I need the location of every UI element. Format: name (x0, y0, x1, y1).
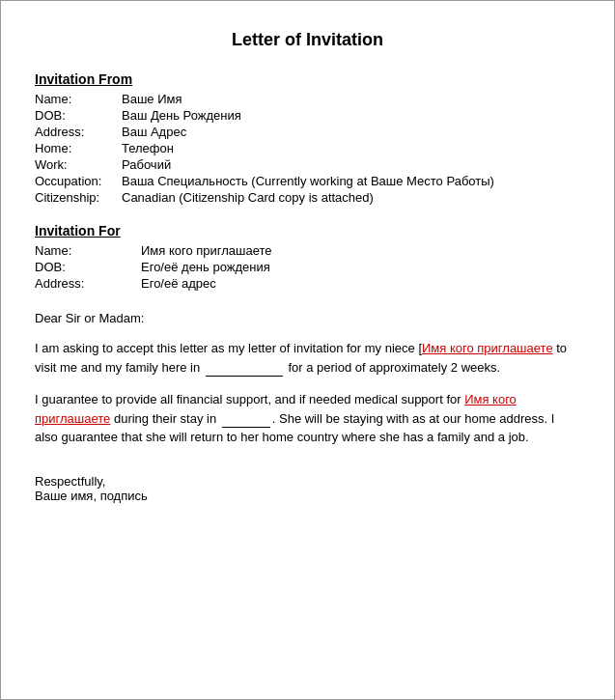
table-row: Citizenship: Canadian (Citizenship Card … (35, 189, 580, 206)
closing-line-1: Respectfully, (35, 474, 580, 489)
document: Letter of Invitation Invitation From Nam… (0, 0, 615, 700)
value-for-dob: Его/её день рождения (141, 259, 580, 275)
closing-line-2: Ваше имя, подпись (35, 489, 580, 503)
invitation-from-section: Invitation From Name: Ваше Имя DOB: Ваш … (35, 71, 580, 206)
invitation-from-table: Name: Ваше Имя DOB: Ваш День Рождения Ad… (35, 91, 580, 206)
value-address: Ваш Адрес (122, 124, 580, 140)
table-row: Address: Его/её адрес (35, 275, 580, 292)
table-row: Occupation: Ваша Специальность (Currentl… (35, 173, 580, 189)
city-blank-1 (206, 376, 283, 377)
label-name: Name: (35, 91, 122, 107)
value-home: Телефон (122, 140, 580, 156)
table-row: Address: Ваш Адрес (35, 124, 580, 140)
invitation-for-section: Invitation For Name: Имя кого приглашает… (35, 223, 580, 292)
closing-section: Respectfully, Ваше имя, подпись (35, 474, 580, 503)
table-row: Home: Телефон (35, 140, 580, 156)
label-for-name: Name: (35, 242, 141, 259)
value-name: Ваше Имя (122, 91, 580, 107)
letter-body: Dear Sir or Madam: I am asking to accept… (35, 311, 580, 447)
invitation-from-heading: Invitation From (35, 71, 580, 87)
invitee-link-2: Имя кого приглашаете (35, 392, 517, 426)
table-row: DOB: Ваш День Рождения (35, 107, 580, 124)
label-address: Address: (35, 124, 122, 140)
value-for-address: Его/её адрес (141, 275, 580, 292)
label-for-dob: DOB: (35, 259, 141, 275)
value-dob: Ваш День Рождения (122, 107, 580, 124)
paragraph-2: I guarantee to provide all financial sup… (35, 390, 580, 447)
document-title: Letter of Invitation (35, 30, 580, 50)
label-home: Home: (35, 140, 122, 156)
invitee-link-1: Имя кого приглашаете (422, 341, 553, 355)
table-row: Name: Ваше Имя (35, 91, 580, 107)
invitation-for-table: Name: Имя кого приглашаете DOB: Его/её д… (35, 242, 580, 292)
label-dob: DOB: (35, 107, 122, 124)
table-row: Name: Имя кого приглашаете (35, 242, 580, 259)
paragraph-1: I am asking to accept this letter as my … (35, 339, 580, 377)
value-for-name: Имя кого приглашаете (141, 242, 580, 259)
table-row: DOB: Его/её день рождения (35, 259, 580, 275)
label-citizenship: Citizenship: (35, 189, 122, 206)
greeting-line: Dear Sir or Madam: (35, 311, 580, 325)
city-blank-2 (222, 427, 270, 428)
label-occupation: Occupation: (35, 173, 122, 189)
value-work: Рабочий (122, 156, 580, 173)
label-for-address: Address: (35, 275, 141, 292)
table-row: Work: Рабочий (35, 156, 580, 173)
label-work: Work: (35, 156, 122, 173)
value-citizenship: Canadian (Citizenship Card copy is attac… (122, 189, 580, 206)
value-occupation: Ваша Специальность (Currently working at… (122, 173, 580, 189)
invitation-for-heading: Invitation For (35, 223, 580, 238)
